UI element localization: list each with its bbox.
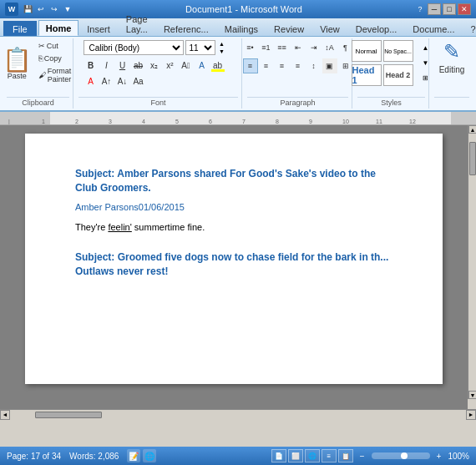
- align-left-button[interactable]: ≡: [243, 58, 258, 73]
- translate-icon[interactable]: 🌐: [143, 449, 156, 462]
- styles-scroll-down[interactable]: ▼: [420, 55, 432, 70]
- paste-button[interactable]: 📋 Paste: [0, 40, 34, 88]
- font-family-select[interactable]: Calibri (Body): [84, 40, 184, 55]
- ruler-mark-1: 1: [42, 119, 45, 124]
- hscroll-right-arrow[interactable]: ►: [466, 410, 476, 420]
- zoom-thumb[interactable]: [401, 452, 408, 459]
- full-screen-btn[interactable]: ⬜: [288, 449, 303, 462]
- redo-quick-btn[interactable]: ↪: [48, 3, 60, 15]
- hscroll-left-arrow[interactable]: ◄: [0, 410, 10, 420]
- font-group-content: Calibri (Body) 11 ▲ ▼ B I U ab x₂ x² A⃥ …: [84, 40, 234, 95]
- spell-check-icon[interactable]: 📝: [127, 449, 140, 462]
- hscroll-thumb[interactable]: [35, 412, 102, 418]
- save-quick-btn[interactable]: 💾: [22, 3, 33, 15]
- copy-button[interactable]: ⎘ Copy: [36, 53, 77, 64]
- decrease-indent-button[interactable]: ⇤: [291, 40, 306, 55]
- shrink-font-button[interactable]: A↓: [115, 73, 130, 88]
- zoom-minus[interactable]: −: [360, 452, 365, 461]
- numbered-list-button[interactable]: ≡1: [259, 40, 274, 55]
- tab-mailings[interactable]: Mailings: [217, 21, 266, 36]
- print-layout-btn[interactable]: 📄: [271, 449, 286, 462]
- undo-quick-btn[interactable]: ↩: [35, 3, 47, 15]
- text-effects-button[interactable]: A: [195, 58, 210, 73]
- line-spacing-button[interactable]: ↕: [306, 58, 322, 73]
- tab-insert[interactable]: Insert: [79, 21, 118, 36]
- tab-references[interactable]: Referenc...: [156, 21, 216, 36]
- tab-document[interactable]: Docume...: [405, 21, 462, 36]
- tab-file[interactable]: File: [3, 21, 37, 36]
- email-subject-2: Subject: Groomed five dogs now to chase …: [75, 250, 392, 279]
- draft-btn[interactable]: 📋: [338, 449, 353, 462]
- clipboard-group-label: Clipboard: [7, 97, 69, 107]
- doc-container[interactable]: Subject: Amber Parsons shared For Good's…: [0, 125, 468, 409]
- paragraph-group-label: Paragraph: [247, 97, 348, 107]
- underline-button[interactable]: U: [115, 58, 130, 73]
- tab-page-layout[interactable]: Page Lay...: [119, 11, 155, 36]
- zoom-slider[interactable]: [372, 452, 430, 459]
- ruler-mark-9: 9: [309, 119, 312, 124]
- web-layout-btn[interactable]: 🌐: [305, 449, 320, 462]
- shading-button[interactable]: ▣: [322, 58, 337, 73]
- font-size-decrease[interactable]: ▼: [217, 48, 227, 55]
- title-bar: W 💾 ↩ ↪ ▼ Document1 - Microsoft Word ? ─…: [0, 0, 476, 18]
- styles-expand[interactable]: ⊞: [420, 70, 432, 85]
- clipboard-small-buttons: ✂ Cut ⎘ Copy 🖌 Format Painter: [36, 40, 77, 85]
- style-no-spacing[interactable]: No Spac...: [383, 40, 413, 62]
- close-btn[interactable]: ✕: [458, 3, 471, 15]
- font-color-button[interactable]: A: [84, 73, 99, 88]
- style-heading1[interactable]: Head 1: [352, 64, 382, 86]
- help-btn[interactable]: ?: [414, 3, 426, 15]
- cut-button[interactable]: ✂ Cut: [36, 40, 77, 52]
- bold-button[interactable]: B: [84, 58, 99, 73]
- minimize-btn[interactable]: ─: [428, 3, 441, 15]
- zoom-plus[interactable]: +: [437, 452, 442, 461]
- italic-button[interactable]: I: [99, 58, 114, 73]
- vertical-scrollbar[interactable]: ▲ ▼: [468, 125, 476, 399]
- grow-font-button[interactable]: A↑: [99, 73, 114, 88]
- multilevel-list-button[interactable]: ≡≡: [275, 40, 290, 55]
- font-size-select[interactable]: 11: [185, 40, 215, 55]
- hscroll-track[interactable]: [10, 411, 466, 419]
- horizontal-scrollbar[interactable]: ◄ ►: [0, 409, 476, 419]
- styles-group-label: Styles: [357, 97, 425, 107]
- scroll-thumb[interactable]: [469, 142, 476, 175]
- superscript-button[interactable]: x²: [163, 58, 178, 73]
- scroll-down-arrow[interactable]: ▼: [468, 391, 476, 399]
- styles-scroll: ▲ ▼ ⊞: [420, 40, 432, 85]
- font-group-label: Font: [78, 97, 238, 107]
- scroll-track[interactable]: [468, 134, 476, 391]
- tab-help[interactable]: ?: [463, 21, 476, 36]
- subscript-button[interactable]: x₂: [147, 58, 162, 73]
- style-heading2[interactable]: Head 2: [383, 64, 413, 86]
- editing-label: Editing: [439, 65, 465, 74]
- align-center-button[interactable]: ≡: [259, 58, 274, 73]
- tab-review[interactable]: Review: [266, 21, 311, 36]
- scroll-up-arrow[interactable]: ▲: [468, 125, 476, 134]
- styles-group-content: Normal No Spac... Head 1 Head 2 ▲ ▼ ⊞: [352, 40, 432, 95]
- clear-format-button[interactable]: A⃥: [179, 58, 194, 73]
- align-buttons-row: ≡ ≡ ≡ ≡ ↕ ▣ ⊞: [243, 58, 353, 73]
- ruler-inner: | 1 2 3 4 5 6 7 8 9 10 11 12: [8, 112, 468, 124]
- clipboard-content: 📋 Paste ✂ Cut ⎘ Copy 🖌 Format Painter: [0, 40, 76, 95]
- change-case-button[interactable]: Aa: [131, 73, 146, 88]
- maximize-btn[interactable]: □: [443, 3, 456, 15]
- tab-developer[interactable]: Develop...: [348, 21, 405, 36]
- sort-button[interactable]: ↕A: [322, 40, 337, 55]
- justify-button[interactable]: ≡: [291, 58, 306, 73]
- editing-group-sublabel: [434, 97, 469, 107]
- view-buttons: 📄 ⬜ 🌐 ≡ 📋: [271, 449, 353, 462]
- highlight-button[interactable]: ab: [210, 58, 225, 73]
- format-painter-button[interactable]: 🖌 Format Painter: [36, 65, 77, 85]
- styles-scroll-up[interactable]: ▲: [420, 40, 432, 55]
- word-count: Words: 2,086: [69, 452, 119, 461]
- tab-view[interactable]: View: [312, 21, 347, 36]
- tab-home[interactable]: Home: [38, 20, 79, 36]
- increase-indent-button[interactable]: ⇥: [306, 40, 322, 55]
- customize-quick-btn[interactable]: ▼: [62, 3, 73, 15]
- strikethrough-button[interactable]: ab: [131, 58, 146, 73]
- bullet-list-button[interactable]: ≡•: [243, 40, 258, 55]
- font-size-increase[interactable]: ▲: [217, 40, 227, 48]
- style-normal[interactable]: Normal: [352, 40, 382, 62]
- align-right-button[interactable]: ≡: [275, 58, 290, 73]
- outline-btn[interactable]: ≡: [322, 449, 337, 462]
